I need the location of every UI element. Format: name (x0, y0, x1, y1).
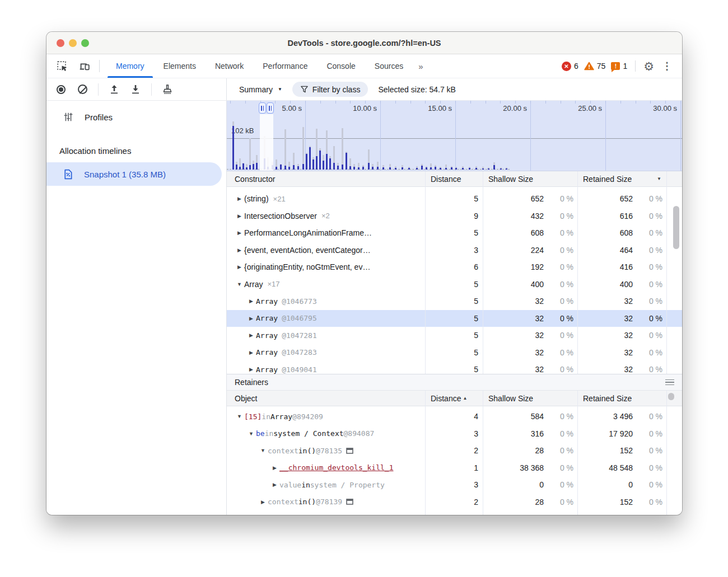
issues-badge[interactable]: ! 1 (611, 62, 627, 71)
table-row[interactable]: ▶IntersectionObserver×294320 %6160 % (227, 208, 682, 225)
expand-icon[interactable]: ▶ (235, 230, 244, 236)
cell-retained-size: 6520 % (577, 194, 666, 203)
scrollbar-thumb[interactable] (668, 393, 674, 400)
cell-shallow-size: 4320 % (483, 212, 577, 221)
column-header-shallow-size[interactable]: Shallow Size (483, 391, 577, 406)
allocation-bar-live (430, 167, 432, 170)
zoom-window-button[interactable] (81, 39, 89, 47)
table-row[interactable]: ▶Array@10472815320 %320 % (227, 327, 682, 344)
column-header-distance[interactable]: Distance (425, 171, 483, 186)
profiles-tune-icon (62, 111, 74, 123)
expand-icon[interactable]: ▶ (246, 332, 256, 338)
close-window-button[interactable] (57, 39, 64, 47)
expand-icon[interactable]: ▶ (270, 465, 279, 471)
table-row[interactable]: ▶Array@10490415320 %320 % (227, 361, 682, 374)
inspect-element-icon[interactable] (55, 59, 69, 73)
expand-icon[interactable]: ▼ (258, 448, 268, 453)
expand-icon[interactable]: ▶ (258, 499, 268, 505)
column-header-constructor[interactable]: Constructor (227, 171, 425, 186)
tab-console[interactable]: Console (317, 54, 365, 78)
table-row[interactable]: ▶value in system / Property300 %00 % (227, 476, 682, 494)
filter-by-class-input[interactable]: Filter by class (292, 82, 368, 97)
allocation-bar-live (246, 167, 248, 170)
tab-memory[interactable]: Memory (106, 54, 154, 78)
settings-gear-icon[interactable]: ⚙ (643, 60, 654, 72)
column-header-retained-size[interactable]: Retained Size (577, 391, 666, 406)
column-header-distance[interactable]: Distance▲ (425, 391, 483, 406)
reveal-icon[interactable] (346, 499, 353, 505)
expand-icon[interactable]: ▶ (246, 350, 256, 355)
scrollbar-thumb[interactable] (673, 206, 679, 249)
expand-icon[interactable]: ▶ (270, 482, 279, 487)
tab-elements[interactable]: Elements (154, 54, 206, 78)
allocation-bar-live (408, 168, 410, 170)
table-row[interactable]: ▶__chromium_devtools_kill_1138 3680 %48 … (227, 459, 682, 477)
cell-retained-size: 48 5480 % (577, 463, 666, 472)
table-row[interactable]: ▶{originatingEntity, noGtmEvent, ev…6192… (227, 259, 682, 276)
expand-icon[interactable]: ▶ (246, 367, 256, 372)
table-row[interactable]: ▼context in () @781352280 %1520 % (227, 442, 682, 459)
expand-icon[interactable]: ▶ (235, 196, 244, 201)
tab-performance[interactable]: Performance (253, 54, 317, 78)
record-heap-icon[interactable] (54, 83, 68, 96)
retainers-menu-icon[interactable] (665, 379, 674, 386)
sidebar-item-snapshot-1[interactable]: Snapshot 1 (35.8 MB) (46, 162, 222, 186)
cell-shallow-size: 320 % (483, 314, 577, 323)
console-errors-badge[interactable]: ✕ 6 (562, 62, 578, 71)
cell-distance: 2 (425, 446, 483, 455)
table-row[interactable]: ▶Array@10467735320 %320 % (227, 293, 682, 310)
expand-icon[interactable]: ▼ (235, 282, 244, 287)
column-header-retained-size[interactable]: Retained Size ▼ (577, 171, 666, 186)
window-title: DevTools - store.google.com/?hl=en-US (287, 39, 441, 48)
allocation-bar-live (256, 163, 258, 170)
clear-profiles-icon[interactable] (76, 83, 89, 96)
timeline-selection-window[interactable] (260, 114, 273, 171)
save-profile-icon[interactable] (129, 83, 142, 96)
expand-icon[interactable]: ▶ (246, 298, 256, 304)
selection-drag-handle[interactable] (259, 102, 266, 114)
allocation-bar-live (358, 167, 360, 170)
table-row[interactable]: ▼Array×1754000 %4000 % (227, 276, 682, 293)
table-row[interactable]: ▶context in () @781392280 %1520 % (227, 494, 682, 511)
expand-icon[interactable]: ▶ (235, 247, 244, 253)
expand-icon[interactable]: ▶ (235, 213, 244, 219)
table-row[interactable]: ▶(string)×2156520 %6520 % (227, 190, 682, 208)
table-row[interactable]: ▼be in system / Context @89408733160 %17… (227, 425, 682, 443)
table-row[interactable]: ▶Array@10467955320 %320 % (227, 310, 682, 327)
cell-shallow-size: 1920 % (483, 262, 577, 271)
more-options-icon[interactable]: ⋮ (660, 61, 674, 71)
console-warnings-badge[interactable]: 75 (584, 62, 606, 71)
expand-icon[interactable]: ▼ (235, 414, 244, 419)
cell-retained-size: 1520 % (577, 446, 666, 455)
tab-network[interactable]: Network (206, 54, 253, 78)
column-header-object[interactable]: Object (227, 391, 425, 406)
profiles-header[interactable]: Profiles (46, 105, 226, 129)
clear-brush-icon[interactable] (161, 83, 174, 96)
table-row[interactable]: ▶PerformanceLongAnimationFrame…56080 %60… (227, 224, 682, 242)
table-row[interactable]: ▶Array@10472835320 %320 % (227, 344, 682, 362)
expand-icon[interactable]: ▼ (246, 431, 256, 437)
snapshot-label: Snapshot 1 (35.8 MB) (84, 170, 166, 179)
device-toolbar-icon[interactable] (78, 59, 91, 73)
expand-icon[interactable]: ▶ (235, 264, 244, 270)
load-profile-icon[interactable] (108, 83, 121, 96)
minor-tick (620, 101, 621, 104)
table-row[interactable]: ▶{event, eventAction, eventCategor…32240… (227, 242, 682, 259)
allocation-timeline-overview[interactable]: 102 kB 5.00 s10.00 s15.00 s20.00 s25.00 … (227, 101, 682, 171)
cell-distance: 5 (425, 365, 483, 374)
column-header-shallow-size[interactable]: Shallow Size (483, 171, 577, 186)
reveal-icon[interactable] (346, 448, 353, 454)
minor-tick (680, 101, 681, 104)
cell-retained-size: 320 % (577, 348, 666, 357)
perspective-select[interactable]: Summary ▼ (239, 85, 282, 94)
error-icon: ✕ (562, 62, 571, 71)
minimize-window-button[interactable] (69, 39, 77, 47)
more-tabs-icon[interactable]: » (413, 54, 427, 78)
memory-scale-label: 102 kB (231, 126, 254, 135)
table-row[interactable]: ▼[15] in Array @89420945840 %3 4960 % (227, 408, 682, 425)
expand-icon[interactable]: ▶ (246, 316, 256, 321)
selection-drag-handle[interactable] (267, 102, 274, 114)
tab-sources[interactable]: Sources (365, 54, 413, 78)
allocation-bar-live (389, 167, 391, 170)
allocation-bar-live (462, 168, 464, 170)
